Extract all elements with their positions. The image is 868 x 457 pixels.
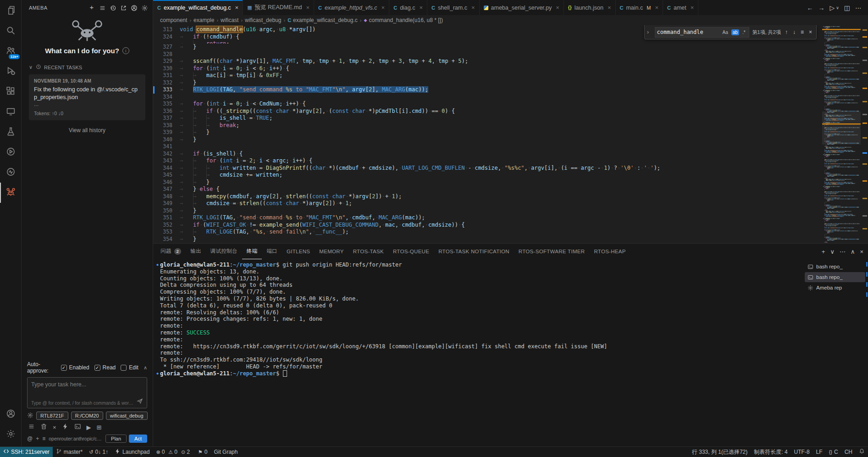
- status-git-graph[interactable]: Git Graph: [210, 447, 241, 457]
- close-icon[interactable]: ×: [235, 4, 239, 11]
- breadcrumb-item[interactable]: wificast: [221, 17, 238, 23]
- status-git-branch[interactable]: master*: [53, 447, 86, 457]
- code-line[interactable]: 345→→→cmdsize·+=·written;: [153, 172, 822, 179]
- status-git-sync[interactable]: ↺0↓ 1↑: [86, 447, 111, 457]
- code-line[interactable]: 339→→}: [153, 129, 822, 136]
- plan-mode-button[interactable]: Plan: [105, 435, 127, 443]
- mention-icon[interactable]: @: [27, 435, 33, 442]
- status-ime[interactable]: CH: [841, 447, 856, 457]
- activity-item-extensions[interactable]: [0, 82, 21, 102]
- tool-close-icon[interactable]: ×: [53, 424, 56, 431]
- code-line[interactable]: 354→}: [153, 236, 822, 243]
- code-line[interactable]: 344→→→int·written·=·DiagSnPrintf((char·*…: [153, 165, 822, 172]
- gear-icon[interactable]: [27, 412, 33, 420]
- code-line[interactable]: 329→sscanf((char·*)argv[1],·MAC_FMT,·tmp…: [153, 58, 822, 65]
- tool-trash-icon[interactable]: [40, 423, 47, 431]
- checkbox[interactable]: ✓: [61, 365, 67, 371]
- find-replace-toggle[interactable]: ›: [645, 25, 652, 39]
- chevron-up-icon[interactable]: ∧: [144, 365, 147, 371]
- match-case-toggle[interactable]: Aa: [721, 29, 730, 35]
- panel-tab-输出[interactable]: 输出: [186, 244, 206, 259]
- close-icon[interactable]: ×: [556, 4, 559, 11]
- code-line[interactable]: 342→if·(is_shell)·{: [153, 150, 822, 158]
- tab-launch.json[interactable]: {}launch.json×: [564, 0, 616, 15]
- code-line[interactable]: 350→}: [153, 207, 822, 215]
- rules-icon[interactable]: ≡: [42, 435, 45, 442]
- activity-item-serial-monitor[interactable]: [0, 162, 21, 183]
- activity-item-remote-window[interactable]: [0, 102, 21, 122]
- panel-tab-终端[interactable]: 终端: [242, 244, 262, 259]
- code-line[interactable]: 352→if·(WIFI_CAST_OK·!=·example_send(WIF…: [153, 222, 822, 229]
- panel-tab-RTOS-SOFTWARE TIMER[interactable]: RTOS-SOFTWARE TIMER: [514, 244, 590, 259]
- sidebar-action-account[interactable]: [129, 3, 138, 12]
- view-all-history-link[interactable]: View all history: [22, 127, 153, 134]
- device-button[interactable]: R:/COM20: [71, 412, 103, 420]
- status-launchpad[interactable]: Launchpad: [111, 447, 153, 457]
- activity-item-remote-explorer[interactable]: 11k+: [0, 41, 21, 61]
- regex-toggle[interactable]: .*: [741, 29, 747, 35]
- recent-tasks-header[interactable]: ∨ RECENT TASKS: [22, 64, 153, 71]
- send-icon[interactable]: [137, 398, 143, 406]
- activity-item-run-and-debug[interactable]: [0, 61, 21, 82]
- add-context-icon[interactable]: +: [36, 435, 39, 442]
- tool-terminal-icon[interactable]: [74, 423, 81, 431]
- tab-ameba_serial_server.py[interactable]: ameba_serial_server.py×: [480, 0, 564, 15]
- breadcrumb-item[interactable]: wificast_debug: [245, 17, 281, 23]
- code-line[interactable]: 330→for·(int·i·=·0;·i·<·6;·i++)·{: [153, 65, 822, 72]
- code-line[interactable]: 337→→→is_shell·=·TRUE;: [153, 115, 822, 122]
- activity-item-accounts[interactable]: [0, 404, 21, 424]
- code-line[interactable]: 347→}·else·{: [153, 186, 822, 193]
- more-icon[interactable]: ⋯: [855, 4, 862, 11]
- find-next-button[interactable]: ↓: [792, 28, 796, 36]
- info-icon[interactable]: i: [122, 47, 129, 54]
- code-line[interactable]: 346→→}: [153, 179, 822, 186]
- checkbox[interactable]: [121, 365, 127, 371]
- terminal-session[interactable]: bash repo_: [805, 262, 865, 272]
- auto-approve-option-enabled[interactable]: ✓Enabled: [61, 364, 89, 371]
- panel-tab-RTOS-TASK NOTIFICATION[interactable]: RTOS-TASK NOTIFICATION: [434, 244, 514, 259]
- chevdown-icon[interactable]: ∨: [830, 248, 835, 255]
- code-line[interactable]: 340→}: [153, 136, 822, 144]
- status-notifications[interactable]: [856, 447, 868, 457]
- status-encoding[interactable]: UTF-8: [791, 447, 813, 457]
- close-icon[interactable]: ×: [381, 4, 385, 11]
- activity-item-ameba-assistant[interactable]: [0, 183, 21, 203]
- device-button[interactable]: wificast_debug: [106, 412, 148, 420]
- sidebar-action-plus[interactable]: +: [87, 3, 96, 12]
- panel-tab-调试控制台[interactable]: 调试控制台: [206, 244, 242, 259]
- sidebar-action-external[interactable]: [119, 3, 128, 12]
- find-close-button[interactable]: ×: [808, 28, 813, 36]
- status-eol[interactable]: LF: [813, 447, 826, 457]
- split-icon[interactable]: ◫: [844, 4, 850, 11]
- code-line[interactable]: 331→→mac[i]·=·tmp[i]·&·0xFF;: [153, 72, 822, 79]
- tab-diag.c[interactable]: Cdiag.c×: [389, 0, 427, 15]
- terminal-session[interactable]: Ameba rep: [805, 283, 865, 293]
- find-in-selection-button[interactable]: ≡: [800, 28, 805, 36]
- terminal-session[interactable]: bash repo_: [805, 272, 865, 282]
- breadcrumb-item[interactable]: Cexample_wificast_debug.c: [287, 17, 358, 23]
- auto-approve-option-read[interactable]: ✓Read: [94, 364, 116, 371]
- minimap[interactable]: [822, 25, 861, 243]
- code-line[interactable]: 351→RTK_LOGI(TAG,·"send·command·%s·to·"M…: [153, 214, 822, 222]
- tab-amet[interactable]: Camet×: [663, 0, 698, 15]
- close-icon[interactable]: ×: [691, 4, 694, 11]
- close-icon[interactable]: ×: [860, 248, 863, 255]
- breadcrumb-item[interactable]: example: [194, 17, 214, 23]
- tool-list-icon[interactable]: [28, 423, 35, 431]
- close-icon[interactable]: ×: [419, 4, 423, 11]
- panel-tab-RTOS-QUEUE[interactable]: RTOS-QUEUE: [388, 244, 434, 259]
- tab-example_wificast_debug.c[interactable]: Cexample_wificast_debug.c×: [153, 0, 243, 15]
- tab--README.md[interactable]: ▦预览 README.md×: [243, 0, 314, 15]
- task-input-box[interactable]: Type your task here... Type @ for contex…: [27, 377, 147, 408]
- code-line[interactable]: 341: [153, 143, 822, 150]
- code-line[interactable]: 335→for·(int·i·=·0;·i·<·CmdNum;·i++)·{: [153, 100, 822, 108]
- activity-item-task-runner[interactable]: [0, 142, 21, 162]
- back-icon[interactable]: ←: [807, 4, 813, 11]
- close-icon[interactable]: ×: [306, 4, 310, 11]
- plus-icon[interactable]: +: [822, 248, 825, 255]
- status-language-mode[interactable]: {}C: [826, 447, 841, 457]
- breadcrumb-item[interactable]: component: [160, 17, 187, 23]
- tool-play-icon[interactable]: ▶: [87, 424, 91, 431]
- code-line[interactable]: 334: [153, 94, 822, 101]
- close-icon[interactable]: ×: [471, 4, 475, 11]
